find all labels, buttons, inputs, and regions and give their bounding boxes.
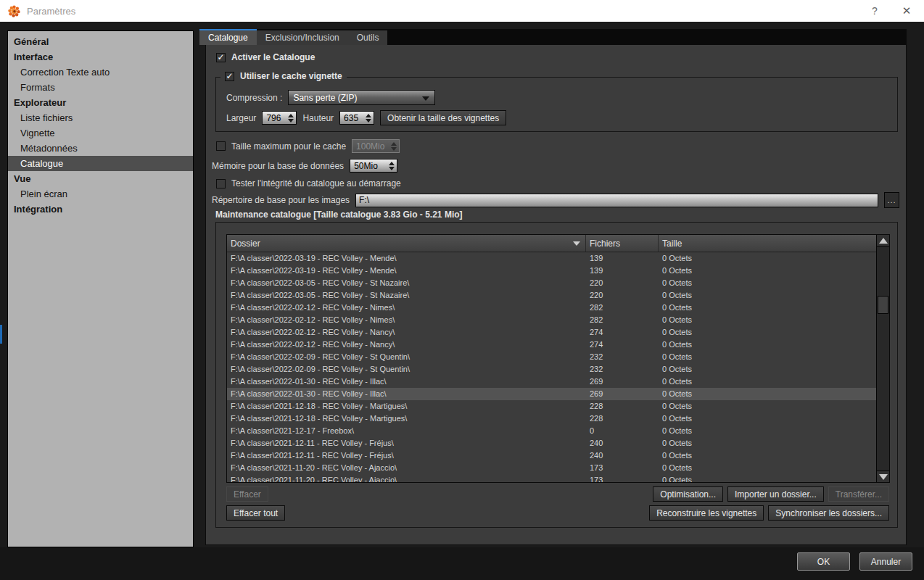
app-icon [8, 5, 20, 17]
right-button-row-1: Optimisation... Importer un dossier... T… [653, 486, 889, 502]
table-row[interactable]: F:\A classer\2022-02-09 - REC Volley - S… [227, 351, 878, 363]
sidebar-item[interactable]: Vignette [8, 125, 193, 141]
column-header-fichiers[interactable]: Fichiers [586, 235, 659, 252]
memory-label: Mémoire pour la base de données [212, 161, 344, 171]
table-header: Dossier Fichiers Taille [227, 235, 878, 252]
scroll-up-icon[interactable] [877, 235, 889, 246]
close-button[interactable]: ✕ [891, 0, 923, 22]
catalogue-panel: Activer le Catalogue Utiliser le cache v… [205, 45, 907, 545]
ok-button[interactable]: OK [797, 552, 850, 571]
memory-spinner[interactable]: 50Mio [350, 159, 397, 173]
maintenance-button[interactable]: Importer un dossier... [727, 486, 824, 502]
tab-bar: Catalogue Exclusion/Inclusion Outils [199, 29, 907, 45]
tab[interactable]: Outils [348, 30, 388, 45]
sidebar-item[interactable]: Vue [8, 171, 193, 186]
maintenance-button[interactable]: Optimisation... [653, 486, 723, 502]
column-header-taille[interactable]: Taille [659, 235, 878, 252]
sidebar-item[interactable]: Catalogue [8, 156, 193, 171]
spinner-arrows-icon [391, 142, 397, 151]
table-row[interactable]: F:\A classer\2021-12-18 - REC Volley - M… [227, 400, 878, 413]
get-thumb-size-button[interactable]: Obtenir la taille des vignettes [380, 110, 506, 125]
base-dir-label: Répertoire de base pour les images [212, 195, 350, 205]
chevron-down-icon [422, 96, 429, 101]
table-row[interactable]: F:\A classer\2021-12-18 - REC Volley - M… [227, 413, 878, 425]
sidebar-item[interactable]: Plein écran [8, 186, 193, 202]
right-button-row-2: Reconstruire les vignettes Synchroniser … [649, 505, 889, 521]
table-scrollbar[interactable] [876, 235, 889, 482]
checkbox-unchecked-icon[interactable] [216, 179, 226, 188]
maintenance-button[interactable]: Transférer... [828, 486, 889, 502]
sort-desc-icon [573, 241, 580, 246]
table-row[interactable]: F:\A classer\2022-02-09 - REC Volley - S… [227, 363, 878, 376]
max-cache-spinner: 100Mio [352, 139, 400, 153]
sidebar-item[interactable]: Métadonnées [8, 141, 193, 156]
checkbox-checked-icon[interactable] [216, 53, 226, 62]
maintenance-button[interactable]: Reconstruire les vignettes [649, 505, 764, 521]
background-window-fragment [0, 325, 2, 344]
catalogue-table: Dossier Fichiers Taille F:\A classer\202… [226, 234, 890, 483]
table-body: F:\A classer\2022-03-19 - REC Volley - M… [227, 252, 878, 483]
maintenance-button[interactable]: Effacer tout [226, 505, 285, 521]
table-row[interactable]: F:\A classer\2022-01-30 - REC Volley - I… [227, 376, 878, 388]
spinner-arrows-icon[interactable] [288, 114, 294, 123]
titlebar: Paramètres ? ✕ [0, 0, 924, 22]
maintenance-button[interactable]: Synchroniser les dossiers... [768, 505, 889, 521]
sidebar-item[interactable]: Général [8, 34, 193, 49]
table-row[interactable]: F:\A classer\2022-03-05 - REC Volley - S… [227, 289, 878, 302]
settings-sidebar: Général Interface Correction Texte auto … [7, 30, 194, 547]
scroll-down-icon[interactable] [877, 471, 889, 482]
left-button-group: Effacer Effacer tout [226, 486, 285, 521]
height-label: Hauteur [302, 113, 334, 123]
checkbox-unchecked-icon[interactable] [216, 141, 226, 151]
table-row[interactable]: F:\A classer\2022-02-12 - REC Volley - N… [227, 314, 878, 326]
table-row[interactable]: F:\A classer\2021-11-20 - REC Volley - A… [227, 462, 878, 474]
sidebar-item[interactable]: Liste fichiers [8, 110, 193, 125]
table-row[interactable]: F:\A classer\2021-12-11 - REC Volley - F… [227, 437, 878, 450]
table-row[interactable]: F:\A classer\2022-03-19 - REC Volley - M… [227, 252, 878, 265]
checkbox-checked-icon[interactable] [225, 72, 234, 81]
browse-button[interactable]: ... [884, 192, 899, 208]
table-row[interactable]: F:\A classer\2022-03-19 - REC Volley - M… [227, 265, 878, 277]
activate-catalogue-checkbox[interactable]: Activer le Catalogue [216, 52, 315, 62]
base-dir-input[interactable]: F:\ [355, 194, 878, 207]
sidebar-item[interactable]: Interface [8, 49, 193, 65]
sidebar-item[interactable]: Explorateur [8, 95, 193, 110]
table-row[interactable]: F:\A classer\2021-11-20 - REC Volley - A… [227, 474, 878, 483]
table-row[interactable]: F:\A classer\2021-12-17 - Freebox\ 0 0 O… [227, 425, 878, 437]
maintenance-group: Dossier Fichiers Taille F:\A classer\202… [215, 222, 898, 528]
dialog-footer: OK Annuler [0, 547, 924, 580]
table-row[interactable]: F:\A classer\2022-03-05 - REC Volley - S… [227, 277, 878, 289]
compression-select[interactable]: Sans perte (ZIP) [288, 90, 435, 105]
sidebar-item[interactable]: Intégration [8, 202, 193, 217]
max-cache-checkbox[interactable]: Taille maximum pour le cache [216, 141, 346, 152]
height-spinner[interactable]: 635 [339, 111, 374, 125]
width-label: Largeur [226, 113, 256, 123]
table-row[interactable]: F:\A classer\2021-12-11 - REC Volley - F… [227, 450, 878, 462]
scrollbar-thumb[interactable] [878, 296, 888, 314]
compression-label: Compression : [226, 93, 282, 103]
cancel-button[interactable]: Annuler [859, 552, 912, 571]
maintenance-button[interactable]: Effacer [226, 486, 268, 502]
width-spinner[interactable]: 796 [262, 111, 297, 125]
table-row[interactable]: F:\A classer\2022-02-12 - REC Volley - N… [227, 302, 878, 314]
table-row[interactable]: F:\A classer\2022-02-12 - REC Volley - N… [227, 326, 878, 339]
table-row[interactable]: F:\A classer\2022-01-30 - REC Volley - I… [227, 388, 878, 400]
column-header-dossier[interactable]: Dossier [227, 235, 586, 252]
cache-group: Utiliser le cache vignette Compression :… [215, 77, 898, 132]
sidebar-item[interactable]: Correction Texte auto [8, 65, 193, 80]
tab[interactable]: Catalogue [199, 29, 257, 45]
sidebar-item[interactable]: Formats [8, 80, 193, 95]
integrity-checkbox[interactable]: Tester l'intégrité du catalogue au démar… [216, 178, 401, 188]
window-title: Paramètres [27, 6, 75, 17]
maintenance-title: Maintenance catalogue [Taille catalogue … [215, 210, 463, 220]
use-cache-checkbox[interactable]: Utiliser le cache vignette [225, 71, 342, 81]
spinner-arrows-icon[interactable] [366, 114, 371, 123]
tab[interactable]: Exclusion/Inclusion [257, 30, 348, 45]
table-row[interactable]: F:\A classer\2022-02-12 - REC Volley - N… [227, 339, 878, 351]
spinner-arrows-icon[interactable] [389, 162, 395, 170]
help-button[interactable]: ? [859, 0, 891, 22]
